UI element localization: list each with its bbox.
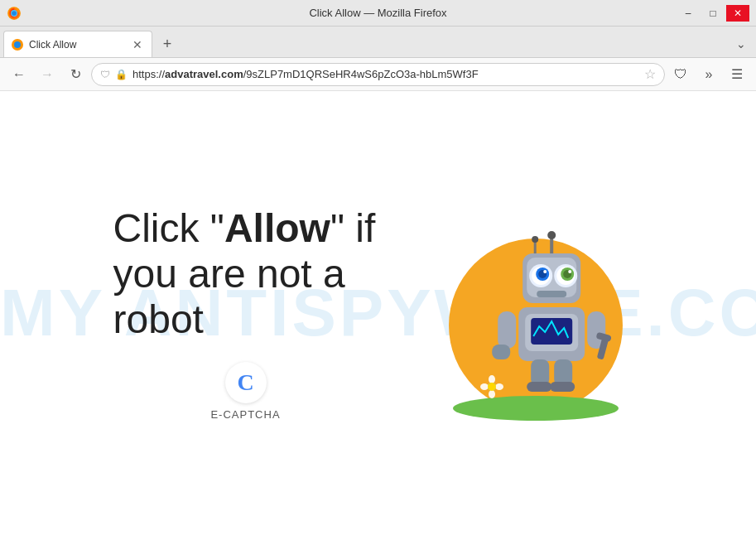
url-path: /9sZLP7mD1QRSeHR4wS6pZcO3a-hbLm5Wf3F: [243, 68, 479, 80]
allow-text: Allow: [224, 206, 330, 250]
tab-list-button[interactable]: ⌄: [730, 32, 753, 55]
active-tab[interactable]: Click Allow ✕: [3, 31, 152, 57]
svg-rect-31: [498, 311, 516, 349]
nav-bar: ← → ↻ 🛡 🔒 https://advatravel.com/9sZLP7m…: [0, 58, 756, 91]
robot-grass: [453, 396, 619, 421]
lock-icon: 🔒: [115, 69, 128, 80]
title-bar: Click Allow — Mozilla Firefox – □ ✕: [0, 0, 756, 27]
reload-button[interactable]: ↻: [63, 62, 88, 87]
url-domain: advatravel.com: [165, 68, 243, 80]
tab-bar: Click Allow ✕ + ⌄: [0, 27, 756, 58]
close-button[interactable]: ✕: [726, 5, 749, 22]
minimize-button[interactable]: –: [677, 5, 700, 22]
shield-icon: 🛡: [100, 69, 110, 80]
captcha-logo: C: [225, 362, 267, 403]
tab-close-button[interactable]: ✕: [130, 37, 145, 52]
tab-favicon-icon: [11, 38, 24, 51]
robot-body: [485, 229, 618, 398]
menu-button[interactable]: ☰: [725, 62, 749, 87]
tab-title: Click Allow: [29, 39, 125, 51]
svg-point-26: [568, 270, 571, 273]
window-controls: – □ ✕: [677, 5, 749, 22]
svg-point-21: [543, 270, 547, 273]
captcha-label: E-CAPTCHA: [210, 408, 280, 421]
robot-illustration: [428, 197, 643, 429]
svg-point-12: [547, 231, 556, 239]
nav-right-buttons: 🛡 » ☰: [668, 62, 749, 87]
forward-button[interactable]: →: [35, 62, 60, 87]
address-bar[interactable]: 🛡 🔒 https://advatravel.com/9sZLP7mD1QRSe…: [91, 63, 665, 86]
svg-rect-39: [550, 382, 575, 392]
maximize-button[interactable]: □: [701, 5, 725, 22]
bookmark-icon[interactable]: ☆: [644, 66, 656, 82]
more-tools-button[interactable]: »: [696, 62, 721, 87]
captcha-section: C E-CAPTCHA: [113, 362, 378, 421]
svg-point-14: [532, 236, 538, 243]
url-scheme: https://: [132, 68, 165, 80]
firefox-icon: [7, 6, 22, 21]
text-section: Click "Allow" if you are not a robot C E…: [113, 205, 378, 422]
title-bar-left: [7, 6, 22, 21]
main-layout: Click "Allow" if you are not a robot C E…: [0, 197, 756, 429]
url-text: https://advatravel.com/9sZLP7mD1QRSeHR4w…: [132, 68, 639, 80]
svg-rect-32: [492, 345, 510, 359]
shield-button[interactable]: 🛡: [668, 62, 693, 87]
svg-rect-38: [527, 382, 551, 392]
svg-point-4: [14, 41, 21, 48]
page-content: MY ANTISPYWARE.COM Click "Allow" if you …: [0, 91, 756, 535]
new-tab-button[interactable]: +: [156, 32, 179, 55]
window-title: Click Allow — Mozilla Firefox: [309, 7, 446, 19]
svg-rect-27: [537, 291, 566, 297]
svg-point-2: [12, 11, 17, 16]
back-button[interactable]: ←: [7, 62, 31, 87]
main-heading: Click "Allow" if you are not a robot: [113, 205, 378, 343]
